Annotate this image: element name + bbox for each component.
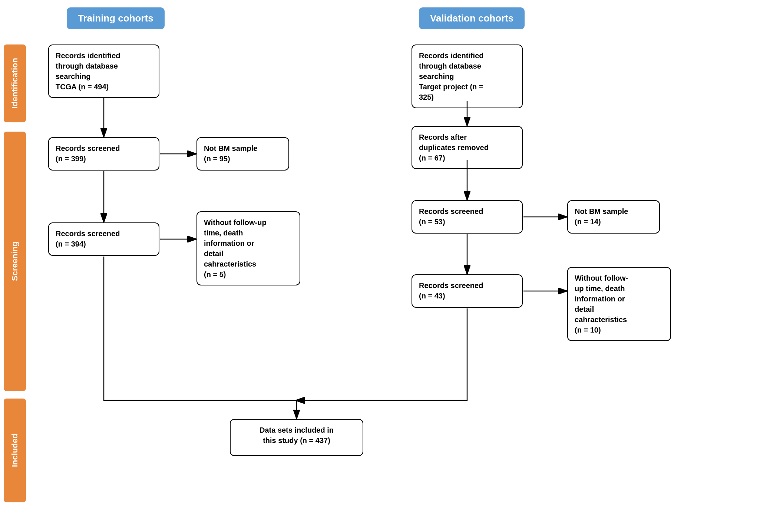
validation-header: Validation cohorts bbox=[419, 7, 525, 29]
training-screened2-box: Records screened(n = 394) bbox=[48, 222, 159, 256]
phase-identification: Identification bbox=[4, 44, 26, 122]
validation-identified-box: Records identifiedthrough databasesearch… bbox=[412, 44, 523, 108]
phase-screening: Screening bbox=[4, 132, 26, 391]
phase-included: Included bbox=[4, 399, 26, 502]
training-identified-box: Records identifiedthrough databasesearch… bbox=[48, 44, 159, 98]
training-header: Training cohorts bbox=[67, 7, 165, 29]
validation-not-bm-box: Not BM sample(n = 14) bbox=[567, 200, 660, 234]
validation-screened1-box: Records screened(n = 53) bbox=[412, 200, 523, 234]
training-not-bm-box: Not BM sample(n = 95) bbox=[196, 137, 289, 171]
validation-no-followup-box: Without follow-up time, deathinformation… bbox=[567, 267, 671, 341]
validation-screened2-box: Records screened(n = 43) bbox=[412, 274, 523, 308]
training-screened1-box: Records screened(n = 399) bbox=[48, 137, 159, 171]
training-no-followup-box: Without follow-uptime, deathinformation … bbox=[196, 211, 300, 285]
included-box: Data sets included inthis study (n = 437… bbox=[230, 419, 363, 456]
diagram-container: Identification Screening Included Traini… bbox=[0, 0, 760, 532]
validation-duplicates-box: Records afterduplicates removed(n = 67) bbox=[412, 126, 523, 169]
